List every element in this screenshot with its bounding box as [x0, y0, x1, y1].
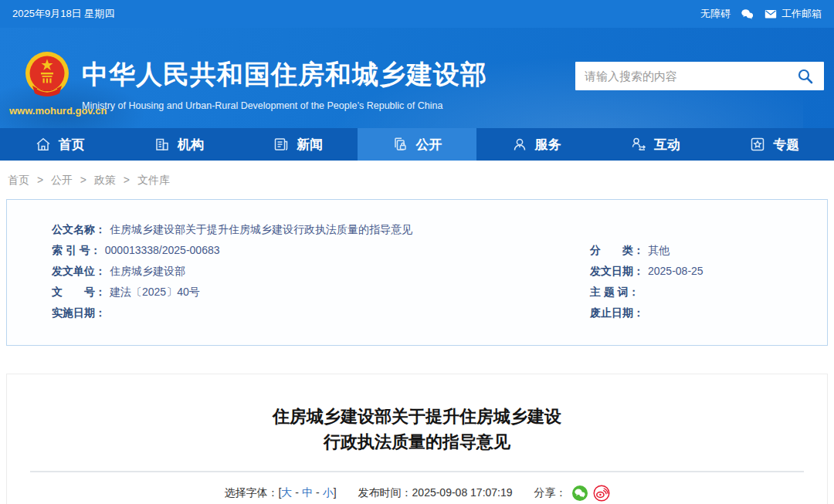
- building-icon: [154, 136, 171, 153]
- header-titles: 中华人民共和国住房和城乡建设部 Ministry of Housing and …: [82, 57, 487, 111]
- search-icon[interactable]: [796, 67, 815, 86]
- article-title-line1: 住房城乡建设部关于提升住房城乡建设: [7, 404, 827, 429]
- meta-row-index: 索 引 号： 000013338/2025-00683 分 类： 其他: [52, 240, 827, 261]
- nav-item-disclosure[interactable]: 公开: [358, 128, 476, 161]
- meta-value-issuing-unit: 住房城乡建设部: [110, 261, 185, 282]
- nav-item-interaction[interactable]: 互动: [595, 128, 714, 161]
- breadcrumb-policy[interactable]: 政策: [94, 174, 116, 186]
- share-icons: [571, 485, 610, 502]
- breadcrumb-separator: >: [37, 174, 43, 186]
- publish-time: 发布时间：2025-09-08 17:07:19: [358, 486, 513, 500]
- home-icon: [35, 136, 52, 153]
- font-size-small-button[interactable]: 小: [323, 486, 334, 499]
- meta-row-doc-number: 文 号： 建法〔2025〕40号 主 题 词：: [52, 282, 827, 303]
- font-size-medium-button[interactable]: 中: [302, 486, 313, 499]
- meta-value-index-number: 000013338/2025-00683: [105, 240, 220, 261]
- nav-label: 首页: [59, 136, 85, 154]
- meta-row-title: 公文名称： 住房城乡建设部关于提升住房城乡建设行政执法质量的指导意见: [52, 219, 827, 240]
- publish-time-value: 2025-09-08 17:07:19: [412, 486, 513, 499]
- article-title-line2: 行政执法质量的指导意见: [7, 429, 827, 455]
- site-title-chinese: 中华人民共和国住房和城乡建设部: [82, 57, 487, 93]
- article-panel: 住房城乡建设部关于提升住房城乡建设 行政执法质量的指导意见 选择字体：[大-中-…: [6, 374, 828, 504]
- meta-label-issuing-unit: 发文单位：: [52, 261, 106, 282]
- current-date: 2025年9月18日 星期四: [12, 7, 114, 21]
- nav-item-services[interactable]: 服务: [476, 128, 595, 161]
- meta-value-issue-date: 2025-08-25: [648, 261, 703, 282]
- mailbox-label: 工作邮箱: [781, 7, 822, 21]
- breadcrumb-separator: >: [124, 174, 130, 186]
- national-emblem-logo: [22, 49, 73, 100]
- nav-label: 新闻: [297, 136, 323, 154]
- meta-row-dates: 实施日期： 废止日期：: [52, 303, 827, 323]
- site-title-english: Ministry of Housing and Urban-Rural Deve…: [82, 100, 487, 111]
- meta-label-document-title: 公文名称：: [52, 219, 106, 240]
- site-header: www.mohurd.gov.cn 中华人民共和国住房和城乡建设部 Minist…: [0, 28, 834, 128]
- envelope-icon: [764, 7, 778, 21]
- nav-item-home[interactable]: 首页: [0, 128, 119, 161]
- font-select-label: 选择字体：: [224, 486, 278, 499]
- topbar-links: 无障碍 工作邮箱: [700, 7, 822, 22]
- person-icon: [511, 136, 528, 153]
- bracket-close: ]: [334, 486, 337, 499]
- nav-item-topics[interactable]: 专题: [715, 128, 834, 161]
- font-size-selector: 选择字体：[大-中-小]: [224, 486, 336, 500]
- work-mailbox-link[interactable]: 工作邮箱: [764, 7, 822, 21]
- meta-value-category: 其他: [648, 240, 670, 261]
- document-lock-icon: [392, 136, 409, 153]
- nav-label: 专题: [773, 136, 799, 154]
- meta-label-repeal-date: 废止日期：: [590, 303, 644, 323]
- news-icon: [273, 136, 290, 153]
- font-size-large-button[interactable]: 大: [281, 486, 292, 499]
- accessibility-label: 无障碍: [700, 7, 731, 21]
- nav-label: 机构: [178, 136, 204, 154]
- publish-time-label: 发布时间：: [358, 486, 412, 499]
- article-title: 住房城乡建设部关于提升住房城乡建设 行政执法质量的指导意见: [7, 404, 827, 455]
- meta-label-subject-words: 主 题 词：: [590, 282, 639, 303]
- title-divider: [30, 471, 804, 472]
- meta-label-effective-date: 实施日期：: [52, 303, 106, 323]
- top-utility-bar: 2025年9月18日 星期四 无障碍 工作邮箱: [0, 0, 834, 28]
- nav-item-organization[interactable]: 机构: [119, 128, 238, 161]
- accessibility-link[interactable]: 无障碍: [700, 7, 731, 21]
- breadcrumb-disclosure[interactable]: 公开: [51, 174, 73, 186]
- search-box: [575, 62, 824, 90]
- person-arrows-icon: [630, 136, 647, 153]
- wechat-icon[interactable]: [740, 7, 754, 22]
- meta-row-issuer: 发文单位： 住房城乡建设部 发文日期： 2025-08-25: [52, 261, 827, 282]
- share-label: 分享：: [534, 486, 567, 500]
- document-metadata-panel: 公文名称： 住房城乡建设部关于提升住房城乡建设行政执法质量的指导意见 索 引 号…: [6, 199, 828, 346]
- meta-label-document-number: 文 号：: [52, 282, 106, 303]
- nav-label: 服务: [535, 136, 561, 154]
- meta-value-document-number: 建法〔2025〕40号: [110, 282, 200, 303]
- meta-value-document-title: 住房城乡建设部关于提升住房城乡建设行政执法质量的指导意见: [110, 219, 412, 240]
- font-size-separator: -: [295, 486, 299, 499]
- star-box-icon: [749, 136, 766, 153]
- meta-label-issue-date: 发文日期：: [590, 261, 644, 282]
- nav-label: 公开: [415, 136, 442, 154]
- breadcrumb: 首页 > 公开 > 政策 > 文件库: [0, 161, 834, 199]
- main-nav: 首页 机构 新闻 公开 服务: [0, 128, 834, 161]
- meta-label-category: 分 类：: [590, 240, 644, 261]
- breadcrumb-document-library[interactable]: 文件库: [137, 174, 170, 186]
- breadcrumb-separator: >: [80, 174, 86, 186]
- share-wechat-icon[interactable]: [571, 485, 588, 502]
- breadcrumb-home[interactable]: 首页: [8, 174, 29, 186]
- nav-label: 互动: [654, 136, 680, 154]
- font-size-separator: -: [316, 486, 320, 499]
- article-info-row: 选择字体：[大-中-小] 发布时间：2025-09-08 17:07:19 分享…: [7, 485, 827, 502]
- meta-label-index-number: 索 引 号：: [52, 240, 101, 261]
- nav-item-news[interactable]: 新闻: [239, 128, 358, 161]
- search-input[interactable]: [585, 69, 796, 83]
- share-weibo-icon[interactable]: [593, 485, 610, 502]
